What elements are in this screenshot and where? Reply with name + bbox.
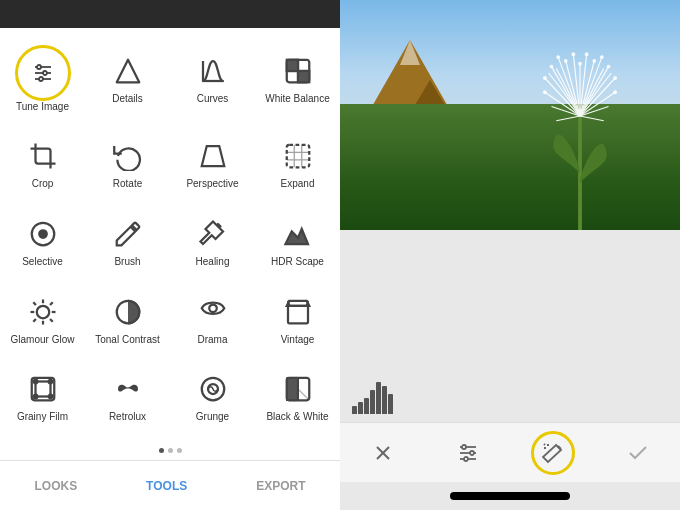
svg-point-64 — [564, 59, 568, 63]
confirm-button[interactable] — [616, 431, 660, 475]
tool-white-balance[interactable]: White Balance — [255, 32, 340, 126]
main-container: Tune Image Details Cur — [0, 0, 680, 510]
svg-line-61 — [556, 116, 580, 121]
svg-point-66 — [543, 76, 547, 80]
svg-point-83 — [464, 457, 468, 461]
tab-looks[interactable]: LOOKS — [18, 471, 93, 501]
hist-bar-1 — [352, 406, 357, 414]
retrolux-label: Retrolux — [109, 411, 146, 423]
brush-icon-wrap — [110, 216, 146, 252]
tab-export[interactable]: EXPORT — [240, 471, 321, 501]
svg-point-63 — [578, 62, 582, 66]
crop-icon — [28, 141, 58, 171]
bottom-bar — [450, 492, 570, 500]
dark-header — [0, 0, 340, 28]
tool-grainy-film[interactable]: Grainy Film — [0, 358, 85, 436]
svg-point-4 — [43, 71, 47, 75]
tool-healing[interactable]: Healing — [170, 203, 255, 281]
svg-point-70 — [613, 76, 617, 80]
tab-tools[interactable]: TOOLS — [130, 471, 203, 501]
details-icon — [113, 56, 143, 86]
glamour-glow-icon — [28, 297, 58, 327]
svg-line-31 — [306, 300, 307, 305]
svg-point-68 — [592, 59, 596, 63]
tonal-contrast-label: Tonal Contrast — [95, 334, 159, 346]
svg-point-3 — [37, 65, 41, 69]
svg-line-25 — [33, 319, 36, 322]
grunge-icon — [198, 374, 228, 404]
close-icon — [371, 441, 395, 465]
rotate-icon-wrap — [110, 138, 146, 174]
bottom-controls — [340, 230, 680, 510]
magic-button[interactable] — [531, 431, 575, 475]
white-balance-icon-wrap — [280, 53, 316, 89]
svg-marker-6 — [116, 60, 139, 83]
tool-tonal-contrast[interactable]: Tonal Contrast — [85, 281, 170, 359]
brush-label: Brush — [114, 256, 140, 268]
action-bar — [340, 422, 680, 482]
svg-point-67 — [543, 90, 547, 94]
tool-crop[interactable]: Crop — [0, 126, 85, 204]
black-white-icon — [283, 374, 313, 404]
tool-curves[interactable]: Curves — [170, 32, 255, 126]
svg-point-37 — [48, 395, 52, 399]
dot-2 — [168, 448, 173, 453]
selective-label: Selective — [22, 256, 63, 268]
tool-expand[interactable]: Expand — [255, 126, 340, 204]
hdr-scape-label: HDR Scape — [271, 256, 324, 268]
retrolux-icon — [113, 374, 143, 404]
svg-marker-14 — [201, 146, 224, 166]
glamour-glow-label: Glamour Glow — [11, 334, 75, 346]
tool-drama[interactable]: Drama — [170, 281, 255, 359]
tool-hdr-scape[interactable]: HDR Scape — [255, 203, 340, 281]
pagination-dots — [0, 440, 340, 460]
tune-button[interactable] — [446, 431, 490, 475]
hist-bar-6 — [382, 386, 387, 414]
tool-grunge[interactable]: Grunge — [170, 358, 255, 436]
tool-vintage[interactable]: Vintage — [255, 281, 340, 359]
svg-rect-33 — [35, 382, 50, 397]
svg-line-30 — [288, 300, 289, 305]
svg-rect-15 — [286, 145, 309, 168]
expand-label: Expand — [281, 178, 315, 190]
svg-point-73 — [585, 52, 589, 56]
svg-point-5 — [39, 77, 43, 81]
vintage-icon — [283, 297, 313, 327]
flower-container — [500, 30, 660, 230]
tonal-contrast-icon — [113, 297, 143, 327]
tool-retrolux[interactable]: Retrolux — [85, 358, 170, 436]
vintage-icon-wrap — [280, 294, 316, 330]
histogram-bars — [352, 374, 393, 414]
bottom-nav: LOOKS TOOLS EXPORT — [0, 460, 340, 510]
svg-point-17 — [39, 230, 47, 238]
grainy-film-icon-wrap — [25, 371, 61, 407]
white-balance-label: White Balance — [265, 93, 329, 105]
hist-bar-4 — [370, 390, 375, 414]
tool-brush[interactable]: Brush — [85, 203, 170, 281]
black-white-label: Black & White — [266, 411, 328, 423]
close-button[interactable] — [361, 431, 405, 475]
grainy-film-label: Grainy Film — [17, 411, 68, 423]
perspective-label: Perspective — [186, 178, 238, 190]
checkmark-icon — [626, 441, 650, 465]
tool-details[interactable]: Details — [85, 32, 170, 126]
left-panel: Tune Image Details Cur — [0, 0, 340, 510]
tool-glamour-glow[interactable]: Glamour Glow — [0, 281, 85, 359]
perspective-icon-wrap — [195, 138, 231, 174]
svg-point-82 — [470, 451, 474, 455]
retrolux-icon-wrap — [110, 371, 146, 407]
svg-point-75 — [600, 55, 604, 59]
tool-rotate[interactable]: Rotate — [85, 126, 170, 204]
tool-selective[interactable]: Selective — [0, 203, 85, 281]
svg-point-65 — [550, 65, 554, 69]
svg-line-26 — [50, 302, 53, 305]
crop-label: Crop — [32, 178, 54, 190]
grunge-label: Grunge — [196, 411, 229, 423]
tool-perspective[interactable]: Perspective — [170, 126, 255, 204]
svg-rect-13 — [298, 71, 309, 82]
tool-black-white[interactable]: Black & White — [255, 358, 340, 436]
tool-tune-image[interactable]: Tune Image — [0, 32, 85, 126]
flower-svg — [505, 40, 655, 230]
svg-rect-41 — [286, 378, 297, 401]
perspective-icon — [198, 141, 228, 171]
